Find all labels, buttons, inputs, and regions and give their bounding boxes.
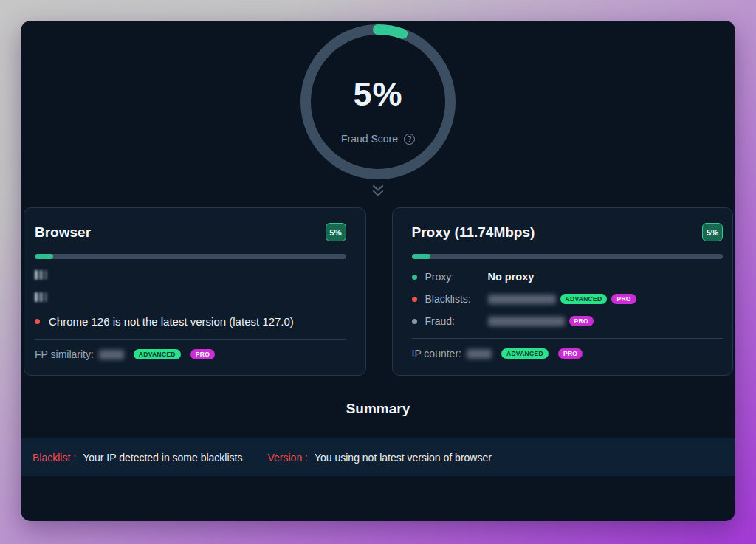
proxy-row-value: No proxy [488,271,535,283]
fraud-score-label: Fraud Score [341,133,398,145]
redacted-check-item [35,270,47,280]
alert-dot-icon [35,319,40,324]
fraud-row: Fraud: PRO [412,315,724,327]
result-panels-row: Browser 5% Chrome 126 is not the latest … [21,207,735,376]
ip-counter-row: IP counter: ADVANCED PRO [412,348,724,359]
redacted-value [488,295,556,304]
fp-similarity-label: FP similarity: [35,348,94,360]
browser-progress-fill [35,254,53,259]
status-dot-icon [412,275,417,280]
pro-badge[interactable]: PRO [558,348,583,359]
summary-text: Your IP detected in some blacklists [83,452,242,464]
fraud-score-gauge: 5% Fraud Score ? [297,21,459,183]
scroll-down-chevrons-icon[interactable] [371,184,385,201]
pro-badge[interactable]: PRO [569,316,594,327]
ip-counter-label: IP counter: [412,348,461,359]
advanced-badge[interactable]: ADVANCED [134,349,181,360]
summary-key: Version : [267,452,307,464]
fraud-row-label: Fraud: [425,315,488,327]
blacklists-row: Blacklists: ADVANCED PRO [412,293,724,305]
summary-item-version: Version : You using not latest version o… [267,452,491,464]
fraud-score-section: 5% Fraud Score ? [21,21,735,207]
redacted-check-item [35,292,47,302]
fraud-score-label-row: Fraud Score ? [297,133,459,145]
advanced-badge[interactable]: ADVANCED [501,348,549,359]
status-dot-icon [412,297,417,302]
proxy-score-badge: 5% [702,223,723,241]
browser-progress-bar [35,254,346,259]
help-question-icon[interactable]: ? [404,134,415,145]
blacklists-row-label: Blacklists: [425,293,488,305]
browser-version-alert-text: Chrome 126 is not the latest version (la… [49,315,294,328]
browser-score-badge: 5% [326,223,346,241]
redacted-value [488,317,565,326]
redacted-value [99,350,124,359]
proxy-progress-fill [412,254,430,259]
proxy-progress-bar [412,254,724,259]
summary-title: Summary [21,401,735,419]
summary-text: You using not latest version of browser [315,452,492,464]
summary-item-blacklist: Blacklist : Your IP detected in some bla… [32,452,242,464]
pro-badge[interactable]: PRO [611,294,636,305]
redacted-value [467,349,492,359]
summary-band: Blacklist : Your IP detected in some bla… [21,438,735,476]
browser-version-alert: Chrome 126 is not the latest version (la… [35,315,346,328]
proxy-panel-header: Proxy (11.74Mbps) 5% [412,223,724,241]
summary-key: Blacklist : [32,452,76,464]
proxy-panel: Proxy (11.74Mbps) 5% Proxy: No proxy Bla… [392,207,734,376]
fraud-score-value: 5% [297,75,459,114]
browser-panel: Browser 5% Chrome 126 is not the latest … [24,207,366,376]
fp-similarity-row: FP similarity: ADVANCED PRO [35,348,346,360]
proxy-panel-title: Proxy (11.74Mbps) [412,224,535,241]
browser-panel-title: Browser [35,224,91,241]
panel-divider [412,338,724,339]
advanced-badge[interactable]: ADVANCED [560,294,608,305]
proxy-row: Proxy: No proxy [412,271,724,283]
browser-panel-header: Browser 5% [35,223,346,241]
proxy-row-label: Proxy: [425,271,488,283]
page-background: { "colors": { "accent_green": "#2fbe8f",… [0,0,756,544]
panel-divider [35,339,346,340]
pro-badge[interactable]: PRO [190,349,215,360]
fraud-report-card: 5% Fraud Score ? Browser 5% [21,21,735,521]
status-dot-icon [412,319,417,324]
